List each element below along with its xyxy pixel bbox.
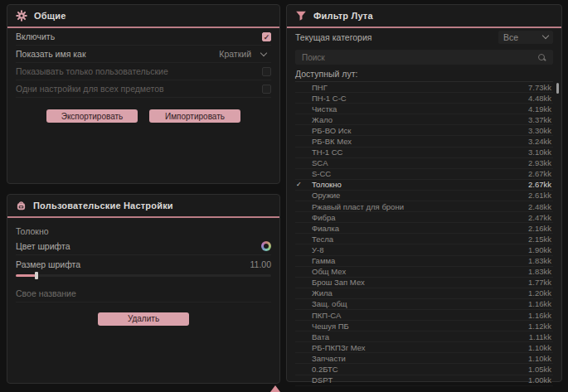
loot-item-value: 1.00kk	[528, 375, 553, 385]
loot-list-item[interactable]: Фиалка 2.16kk	[295, 223, 553, 234]
scrollbar-thumb[interactable]	[556, 83, 559, 94]
loot-list-item[interactable]: РБ-ВО Иск 3.30kk	[295, 125, 553, 136]
loot-list-item[interactable]: РБ-ВК Мех 3.24kk	[295, 136, 553, 147]
loot-list-item[interactable]: ПНГ 7.73kk	[295, 82, 553, 93]
display-name-dropdown[interactable]: Краткий	[214, 47, 271, 60]
enable-checkbox[interactable]: ✓	[262, 32, 271, 41]
only-custom-checkbox[interactable]	[262, 67, 271, 76]
search-box	[295, 50, 553, 65]
loot-item-value: 1.05kk	[528, 365, 553, 374]
loot-item-name: РБ-ВК Мех	[306, 137, 528, 146]
loot-item-value: 1.83kk	[528, 267, 553, 276]
loot-item-value: 1.10kk	[528, 343, 553, 352]
loot-list-item[interactable]: ПН-1 С-С 4.48kk	[295, 93, 553, 104]
loot-item-value: 4.48kk	[528, 94, 553, 103]
loot-item-name: Тесла	[306, 235, 528, 244]
loot-list-item[interactable]: Оружие 2.61kk	[295, 191, 553, 201]
loot-item-name: Фибра	[306, 213, 528, 222]
loot-list-item[interactable]: SCA 2.93kk	[295, 158, 553, 169]
loot-list-item[interactable]: Тесла 2.15kk	[295, 234, 553, 244]
slider-thumb[interactable]	[35, 272, 38, 279]
loot-list-item[interactable]: Чистка 4.19kk	[295, 104, 553, 114]
custom-name-input[interactable]	[16, 286, 271, 302]
font-color-row: Цвет шрифта	[16, 238, 271, 255]
loot-list-item[interactable]: Запчасти 1.10kk	[295, 353, 553, 364]
loot-filter-app: Общие Включить ✓ Показать имя как Кратки…	[0, 0, 568, 392]
delete-button[interactable]: Удалить	[98, 312, 189, 326]
loot-list-item[interactable]: Вата 1.11kk	[295, 332, 553, 342]
same-settings-row: Одни настройки для всех предметов	[16, 80, 271, 98]
available-loot-label: Доступный лут:	[295, 69, 553, 79]
only-custom-label: Показывать только пользовательские	[16, 66, 168, 76]
loot-item-name: DSPT	[306, 375, 528, 385]
loot-item-value: 1.20kk	[528, 288, 553, 298]
enable-label: Включить	[16, 31, 55, 41]
loot-item-name: Жало	[306, 115, 528, 124]
category-dropdown[interactable]: Все	[498, 31, 553, 44]
loot-item-name: ПН-1 С-С	[306, 94, 528, 103]
bottom-handle-icon[interactable]	[270, 385, 280, 392]
loot-item-value: 2.67kk	[528, 180, 553, 189]
loot-filter-panel: Фильтр Лута Текущая категория Все Доступ…	[286, 4, 562, 382]
loot-list-item[interactable]: Фибра 2.47kk	[295, 212, 553, 223]
loot-list-item[interactable]: Защ. общ 1.16kk	[295, 299, 553, 310]
loot-item-name: Жила	[306, 288, 528, 298]
loot-item-value: 1.16kk	[528, 311, 553, 320]
loot-item-value: 2.15kk	[528, 235, 553, 244]
search-icon[interactable]	[537, 53, 546, 62]
loot-item-value: 1.11kk	[529, 332, 553, 341]
loot-item-name: РБ-ПКПЗг Мех	[306, 343, 528, 352]
loot-list-item[interactable]: ✓ Толокно 2.67kk	[295, 180, 553, 191]
font-size-value: 11.00	[250, 259, 272, 269]
loot-list-item[interactable]: Общ Мех 1.83kk	[295, 267, 553, 278]
loot-item-value: 2.47kk	[528, 213, 553, 222]
loot-item-value: 2.48kk	[528, 202, 553, 211]
category-value: Все	[503, 32, 518, 42]
loot-item-value: 1.12kk	[528, 322, 553, 331]
loot-item-name: Запчасти	[306, 354, 528, 363]
display-name-row: Показать имя как Краткий	[16, 46, 271, 63]
font-size-slider[interactable]	[16, 274, 271, 277]
loot-list-item[interactable]: Брош Зап Мех 1.77kk	[295, 278, 553, 288]
enable-row: Включить ✓	[16, 28, 271, 46]
general-panel: Общие Включить ✓ Показать имя как Кратки…	[7, 4, 280, 184]
loot-item-value: 2.93kk	[528, 158, 553, 167]
loot-list-item[interactable]: Жила 1.20kk	[295, 288, 553, 299]
search-input[interactable]	[302, 53, 537, 62]
category-label: Текущая категория	[295, 32, 372, 42]
color-wheel-icon[interactable]	[261, 241, 271, 251]
loot-item-name: Чистка	[306, 104, 528, 114]
loot-item-name: 0.2БТС	[306, 365, 528, 374]
loot-item-name: ТН-1 СС	[306, 148, 528, 157]
loot-list-item[interactable]: У-8 1.90kk	[295, 244, 553, 255]
import-button[interactable]: Импортировать	[149, 109, 240, 123]
same-settings-checkbox[interactable]	[262, 85, 271, 94]
display-name-value: Краткий	[219, 49, 251, 59]
loot-list-item[interactable]: S-СС 2.67kk	[295, 169, 553, 180]
loot-list-item[interactable]: DSPT 1.00kk	[295, 375, 553, 386]
loot-list-item[interactable]: Жало 3.37kk	[295, 114, 553, 125]
loot-item-name: ПКП-СА	[306, 311, 528, 320]
display-name-label: Показать имя как	[16, 49, 86, 59]
chevron-down-icon	[260, 49, 267, 56]
only-custom-row: Показывать только пользовательские	[16, 63, 271, 80]
funnel-icon	[295, 10, 307, 22]
general-panel-title: Общие	[34, 11, 66, 21]
export-button[interactable]: Экспортировать	[46, 109, 138, 123]
loot-filter-title: Фильтр Лута	[313, 11, 373, 21]
loot-list-item[interactable]: Чешуя ПБ 1.12kk	[295, 321, 553, 332]
loot-list-item[interactable]: РБ-ПКПЗг Мех 1.10kk	[295, 342, 553, 353]
gear-icon	[16, 10, 27, 22]
loot-list-item[interactable]: Гамма 1.83kk	[295, 256, 553, 267]
loot-list-item[interactable]: Ржавый пласт для брони 2.48kk	[295, 201, 553, 212]
header-underline	[7, 216, 279, 218]
loot-list-item[interactable]: ТН-1 СС 3.10kk	[295, 148, 553, 158]
loot-list-item[interactable]: 0.2БТС 1.05kk	[295, 364, 553, 375]
loot-list: ПНГ 7.73kk ПН-1 С-С 4.48kk Чистка 4.19kk	[295, 81, 553, 386]
loot-item-value: 1.77kk	[528, 278, 553, 287]
same-settings-label: Одни настройки для всех предметов	[16, 84, 164, 94]
user-settings-panel: Пользовательские Настройки Толокно Цвет …	[7, 194, 280, 384]
loot-item-name: Брош Зап Мех	[306, 278, 528, 287]
font-size-label: Размер шрифта	[16, 259, 80, 269]
loot-list-item[interactable]: ПКП-СА 1.16kk	[295, 310, 553, 321]
